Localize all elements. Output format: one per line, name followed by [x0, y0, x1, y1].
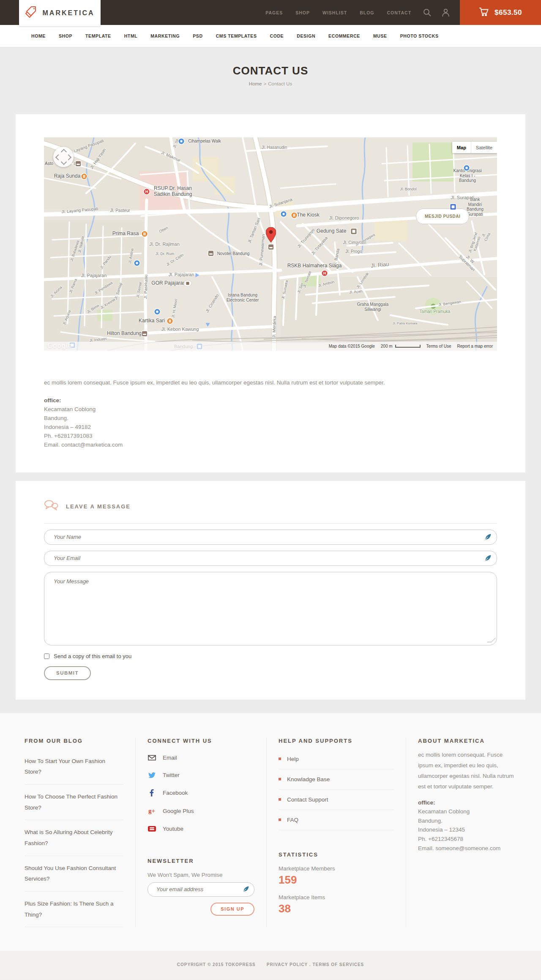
blog-post-link[interactable]: Should You Use Fashion Consultant Servic… — [25, 856, 123, 892]
message-input[interactable] — [53, 577, 490, 642]
email-field — [44, 551, 497, 566]
top-nav-item[interactable]: SHOP — [295, 10, 310, 15]
signup-button[interactable]: SIGN UP — [210, 903, 254, 916]
help-link-label: Help — [287, 756, 299, 762]
form-header: LEAVE A MESSAGE — [44, 500, 497, 524]
pan-left-icon[interactable] — [55, 154, 61, 160]
map-type-map-button[interactable]: Map — [452, 142, 471, 153]
footer-connect-heading: CONNECT WITH US — [148, 738, 254, 744]
blog-post-link[interactable]: How To Start Your Own Fashion Store? — [25, 749, 123, 785]
help-link[interactable]: FAQ — [279, 810, 394, 830]
pan-up-icon[interactable] — [61, 149, 67, 155]
map-attribution-bar: Map data ©2015 Google 200 m Terms of Use… — [44, 342, 497, 351]
top-nav-item[interactable]: CONTACT — [387, 10, 412, 15]
googleplus-icon: g+ — [148, 807, 156, 815]
map-label: Jl. Dr. Rum — [156, 252, 175, 256]
footer: FROM OUR BLOG How To Start Your Own Fash… — [0, 713, 541, 980]
social-link-email[interactable]: Email — [148, 749, 254, 766]
main-menu-item[interactable]: CODE — [270, 33, 284, 38]
google-map[interactable]: Jl. Layang PasupatiJl. Haji YasinJl. Mak… — [44, 137, 497, 351]
shopping-poi-icon — [155, 309, 160, 315]
map-label: Jl. Kebon Kawung — [161, 327, 199, 332]
top-header: MARKETICA PAGESSHOPWISHLISTBLOGCONTACT $… — [0, 0, 541, 25]
office-line: Bandung. — [44, 414, 497, 423]
pan-right-icon[interactable] — [66, 154, 71, 160]
cart-icon — [479, 7, 489, 18]
main-menu-item[interactable]: MUSE — [373, 33, 387, 38]
bullet-icon — [279, 778, 281, 780]
footer-help-heading: HELP AND SUPPORTS — [279, 738, 394, 744]
social-link-label: Facebook — [163, 790, 188, 796]
map-label: Hilton Bandung — [107, 331, 142, 337]
search-icon[interactable] — [423, 8, 432, 17]
map-label: Taman Pramuka — [420, 309, 451, 314]
user-icon[interactable] — [442, 8, 450, 17]
map-label: Raja Sunda — [54, 173, 81, 179]
map-label: Jl. Pajajaran — [81, 273, 107, 278]
map-label: Kartika Sari — [139, 318, 165, 324]
map-label: Graha Manggala Siliwangi — [357, 302, 389, 312]
pan-down-icon[interactable] — [61, 159, 67, 165]
copyright-text: COPYRIGHT © 2015 TOKOPRESS — [177, 962, 256, 967]
submit-button[interactable]: SUBMIT — [44, 666, 91, 680]
hospital-poi-icon — [144, 189, 150, 195]
footer-legal-links[interactable]: PRIVACY POLICY . TERMS OF SERVICES — [267, 962, 364, 967]
social-link-youtube[interactable]: Youtube — [148, 820, 254, 837]
map-pan-control[interactable] — [53, 147, 74, 167]
email-input[interactable] — [53, 555, 479, 562]
main-menu-item[interactable]: MARKETING — [150, 33, 180, 38]
map-label: Jl. Pasirkaliki — [143, 275, 149, 299]
social-link-facebook[interactable]: Facebook — [148, 784, 254, 802]
office-line: Bandung. — [418, 816, 516, 826]
pen-icon — [485, 534, 491, 542]
map-label: RSKB Halmahera Siaga — [287, 263, 342, 269]
map-scale: 200 m — [381, 344, 421, 349]
name-field — [44, 530, 497, 545]
send-copy-label: Send a copy of this email to you — [54, 653, 131, 659]
logo[interactable]: MARKETICA — [19, 0, 101, 26]
hotel-poi-icon — [76, 161, 81, 166]
help-link[interactable]: Contact Support — [279, 790, 394, 810]
breadcrumb-current: Contact Us — [268, 81, 292, 86]
map-type-satellite-button[interactable]: Satellite — [471, 142, 497, 153]
main-menu-item[interactable]: HTML — [124, 33, 138, 38]
breadcrumb-home-link[interactable]: Home — [249, 81, 262, 86]
cart-button[interactable]: $653.50 — [460, 0, 541, 25]
help-link[interactable]: Help — [279, 749, 394, 769]
main-menu-item[interactable]: HOME — [31, 33, 46, 38]
map-terms-link[interactable]: Terms of Use — [426, 344, 451, 349]
map-marker-pin[interactable] — [266, 227, 276, 244]
main-menu-item[interactable]: CMS TEMPLATES — [216, 33, 257, 38]
top-nav-item[interactable]: BLOG — [360, 10, 374, 15]
pen-icon — [243, 886, 249, 894]
name-input[interactable] — [53, 533, 479, 541]
main-menu-item[interactable]: PSD — [193, 33, 202, 38]
blog-post-link[interactable]: How To Choose The Perfect Fashion Store? — [25, 785, 123, 820]
social-link-google-plus[interactable]: g+Google Plus — [148, 802, 254, 820]
office-line: Kecamatan Coblong — [44, 405, 497, 414]
main-menu-item[interactable]: SHOP — [59, 33, 72, 38]
map-report-link[interactable]: Report a map error — [457, 344, 493, 349]
main-menu-item[interactable]: ECOMMERCE — [328, 33, 360, 38]
map-label: Asto — [45, 161, 53, 166]
office-block: office: Kecamatan CoblongBandung.Indones… — [44, 396, 497, 450]
stat-label: Marketplace Members — [279, 865, 394, 872]
send-copy-checkbox[interactable] — [44, 653, 49, 659]
map-label: Jl. Dr. Rajiman — [149, 242, 180, 247]
newsletter-email-input[interactable] — [156, 886, 238, 893]
blog-post-link[interactable]: Plus Size Fashion: Is There Such a Thing… — [25, 892, 123, 927]
statistics-heading: STATISTICS — [279, 851, 394, 858]
top-nav-item[interactable]: PAGES — [265, 10, 283, 15]
blog-post-link[interactable]: What is So Alluring About Celebrity Fash… — [25, 820, 123, 856]
main-menu-item[interactable]: PHOTO STOCKS — [400, 33, 439, 38]
copyright-bar: COPYRIGHT © 2015 TOKOPRESS PRIVACY POLIC… — [0, 951, 541, 980]
main-menu-item[interactable]: TEMPLATE — [85, 33, 111, 38]
office-line: Email. someone@someone.com — [418, 844, 516, 853]
page: MARKETICA PAGESSHOPWISHLISTBLOGCONTACT $… — [0, 0, 541, 980]
menu-expand-icon[interactable] — [506, 33, 511, 41]
top-nav-item[interactable]: WISHLIST — [322, 10, 347, 15]
stat-label: Marketplace Items — [279, 894, 394, 900]
main-menu-item[interactable]: DESIGN — [297, 33, 315, 38]
help-link[interactable]: Knowladge Base — [279, 769, 394, 790]
social-link-twitter[interactable]: Twitter — [148, 766, 254, 784]
